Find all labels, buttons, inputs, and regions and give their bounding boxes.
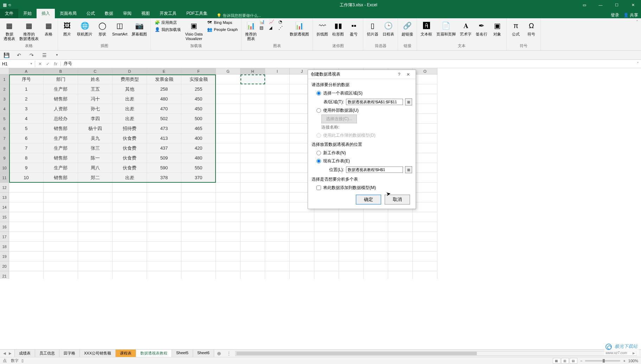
cell-A11[interactable]: 10: [9, 173, 44, 183]
cell-N19[interactable]: [388, 252, 413, 261]
cell-A9[interactable]: 8: [9, 153, 44, 163]
cell-O21[interactable]: [413, 271, 437, 279]
cell-B16[interactable]: [44, 222, 78, 232]
cell-G17[interactable]: [216, 232, 241, 242]
cell-B14[interactable]: [44, 202, 78, 212]
cell-H11[interactable]: [241, 173, 265, 183]
cell-E6[interactable]: 473: [147, 124, 181, 134]
row-header-12[interactable]: 12: [0, 183, 9, 193]
minimize-icon[interactable]: ―: [592, 0, 609, 10]
cell-D9[interactable]: 伙食费: [113, 153, 147, 163]
cell-K19[interactable]: [314, 252, 339, 261]
tab-视图[interactable]: 视图: [136, 9, 155, 18]
tab-公式[interactable]: 公式: [82, 9, 100, 18]
cell-F17[interactable]: [181, 232, 216, 242]
close-icon[interactable]: ✕: [625, 0, 641, 10]
cell-D3[interactable]: 出差: [113, 94, 147, 104]
cell-G10[interactable]: [216, 163, 241, 173]
share-button[interactable]: 👤 共享: [623, 12, 638, 18]
cell-O8[interactable]: [413, 143, 437, 153]
horizontal-scrollbar[interactable]: ◀▶: [235, 351, 637, 356]
cell-H21[interactable]: [241, 271, 265, 279]
cell-G11[interactable]: [216, 173, 241, 183]
cancel-button[interactable]: 取消: [385, 195, 410, 204]
cell-C8[interactable]: 张三: [78, 143, 113, 153]
cell-F19[interactable]: [181, 252, 216, 261]
cell-G2[interactable]: [216, 84, 241, 94]
row-header-18[interactable]: 18: [0, 242, 9, 252]
cell-D17[interactable]: [113, 232, 147, 242]
cell-D15[interactable]: [113, 212, 147, 222]
cell-C17[interactable]: [78, 232, 113, 242]
cell-F5[interactable]: 500: [181, 114, 216, 124]
cell-L20[interactable]: [339, 261, 364, 271]
row-header-21[interactable]: 21: [0, 271, 9, 279]
cell-B3[interactable]: 销售部: [44, 94, 78, 104]
cell-H6[interactable]: [241, 124, 265, 134]
screenshot-button[interactable]: 📷屏幕截图: [130, 19, 148, 37]
cell-J19[interactable]: [290, 252, 314, 261]
zoom-level[interactable]: 100%: [628, 359, 638, 363]
cell-C15[interactable]: [78, 212, 113, 222]
name-box[interactable]: H1 ▼: [0, 61, 35, 67]
cell-N20[interactable]: [388, 261, 413, 271]
cell-O13[interactable]: [413, 193, 437, 202]
headerfooter-button[interactable]: 📄页眉和页脚: [435, 19, 457, 37]
tab-开发工具[interactable]: 开发工具: [155, 9, 181, 18]
cell-F12[interactable]: [181, 183, 216, 193]
cell-F4[interactable]: 450: [181, 104, 216, 114]
cell-H13[interactable]: [241, 193, 265, 202]
cell-H8[interactable]: [241, 143, 265, 153]
cell-B1[interactable]: 部门: [44, 74, 78, 84]
cell-H5[interactable]: [241, 114, 265, 124]
cell-F16[interactable]: [181, 222, 216, 232]
cell-I16[interactable]: [265, 222, 290, 232]
col-header-I[interactable]: I: [265, 68, 290, 74]
hyperlink-button[interactable]: 🔗超链接: [400, 19, 415, 37]
row-header-9[interactable]: 9: [0, 153, 9, 163]
cell-C18[interactable]: [78, 242, 113, 252]
cell-F18[interactable]: [181, 242, 216, 252]
cell-C4[interactable]: 孙七: [78, 104, 113, 114]
cell-G13[interactable]: [216, 193, 241, 202]
cell-I7[interactable]: [265, 134, 290, 143]
cell-O11[interactable]: [413, 173, 437, 183]
cell-O20[interactable]: [413, 261, 437, 271]
cell-E1[interactable]: 发票金额: [147, 74, 181, 84]
cell-E4[interactable]: 470: [147, 104, 181, 114]
cell-B21[interactable]: [44, 271, 78, 279]
sheet-tab-Sheet6[interactable]: Sheet6: [193, 349, 214, 358]
cell-G18[interactable]: [216, 242, 241, 252]
cell-K20[interactable]: [314, 261, 339, 271]
cell-H2[interactable]: [241, 84, 265, 94]
cell-G5[interactable]: [216, 114, 241, 124]
cell-O12[interactable]: [413, 183, 437, 193]
sheet-tab-XXX公司销售额[interactable]: XXX公司销售额: [79, 349, 116, 358]
cell-L21[interactable]: [339, 271, 364, 279]
check-add-to-model[interactable]: 将此数据添加到数据模型(M): [312, 184, 412, 192]
cell-F2[interactable]: 255: [181, 84, 216, 94]
cell-G16[interactable]: [216, 222, 241, 232]
cell-A10[interactable]: 9: [9, 163, 44, 173]
cell-O18[interactable]: [413, 242, 437, 252]
cell-E8[interactable]: 437: [147, 143, 181, 153]
cell-A21[interactable]: [9, 271, 44, 279]
row-header-1[interactable]: 1: [0, 74, 9, 84]
cell-G12[interactable]: [216, 183, 241, 193]
touch-mode-icon[interactable]: ☰: [41, 52, 48, 59]
smartart-button[interactable]: ◫SmartArt: [111, 19, 129, 37]
cell-D11[interactable]: 出差: [113, 173, 147, 183]
cell-E9[interactable]: 509: [147, 153, 181, 163]
cell-B4[interactable]: 人资部: [44, 104, 78, 114]
row-header-7[interactable]: 7: [0, 134, 9, 143]
undo-icon[interactable]: ↶: [15, 52, 23, 59]
ok-button[interactable]: 确定: [356, 195, 381, 204]
cell-E20[interactable]: [147, 261, 181, 271]
cell-H4[interactable]: [241, 104, 265, 114]
cell-I8[interactable]: [265, 143, 290, 153]
cell-G9[interactable]: [216, 153, 241, 163]
macro-record-icon[interactable]: ▯: [21, 358, 24, 363]
sheet-tab-课程表[interactable]: 课程表: [115, 349, 136, 358]
cell-D21[interactable]: [113, 271, 147, 279]
cell-B2[interactable]: 生产部: [44, 84, 78, 94]
